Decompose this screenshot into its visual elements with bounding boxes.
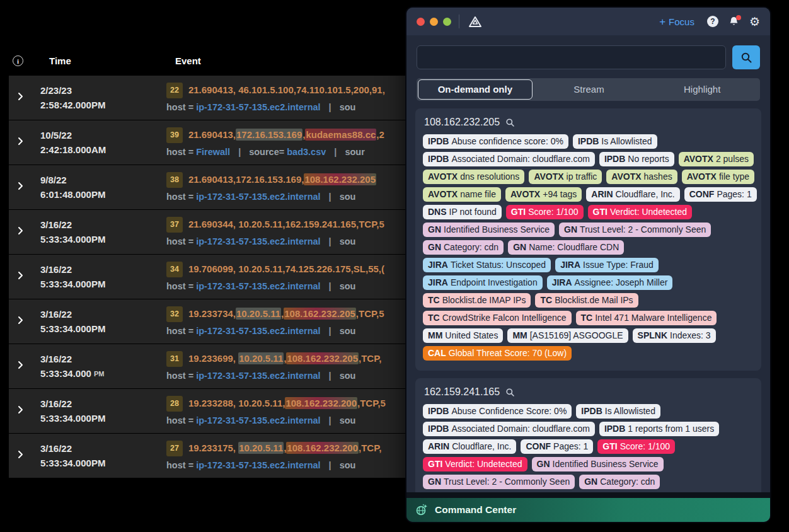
event-text: 21.690344, 10.20.5.11,162.159.241.165,TC… [188, 219, 384, 229]
intel-chip[interactable]: CONFPages: 1 [684, 187, 757, 202]
field-label: | [238, 147, 241, 157]
intel-chip[interactable]: ARINCloudflare, Inc. [423, 439, 516, 454]
event-count-badge[interactable]: 31 [166, 351, 183, 367]
intel-chip[interactable]: IPDBNo reports [599, 152, 674, 166]
intel-chip[interactable]: GNCategory: cdn [423, 240, 504, 255]
intel-chip[interactable]: GTIVerdict: Undetected [588, 205, 693, 219]
gear-icon[interactable]: ⚙ [749, 16, 760, 28]
intel-chip[interactable]: AVOTXfile type [682, 170, 754, 184]
event-count-badge[interactable]: 38 [166, 172, 183, 188]
intel-chip[interactable]: IPDBIs Allowlisted [573, 134, 657, 149]
intel-chip[interactable]: IPDBAssociated Domain: cloudflare.com [423, 422, 595, 436]
help-icon[interactable]: ? [707, 16, 718, 27]
intel-chip[interactable]: TCCrowdStrike Falcon Intelligence [423, 311, 572, 325]
event-count-badge[interactable]: 39 [166, 127, 183, 143]
event-count-badge[interactable]: 34 [166, 262, 183, 277]
intel-chip[interactable]: TCIntel 471 Malware Intelligence [576, 311, 717, 325]
chip-source-tag: SPLNK [638, 330, 667, 340]
field-value-link[interactable]: ip-172-31-57-135.ec2.internal [196, 281, 320, 291]
field-value-link[interactable]: ip-172-31-57-135.ec2.internal [196, 192, 320, 202]
event-count-badge[interactable]: 27 [166, 441, 183, 456]
intel-chip[interactable]: GTIScore: 1/100 [597, 439, 675, 454]
intel-chip[interactable]: ARINCloudflare, Inc. [586, 187, 679, 202]
intel-chip[interactable]: TCBlocklist.de Mail IPs [535, 293, 638, 308]
field-value-link[interactable]: ip-172-31-57-135.ec2.internal [196, 371, 320, 381]
chevron-right-icon[interactable] [18, 182, 23, 193]
indicator-title: 108.162.232.205 [424, 117, 752, 128]
minimize-window-button[interactable] [430, 18, 438, 26]
search-indicator-icon[interactable] [505, 388, 515, 397]
intel-chip[interactable]: AVOTX2 pulses [679, 152, 754, 166]
bell-icon[interactable] [729, 16, 739, 26]
intel-chip[interactable]: JIRATicket Status: Unscoped [423, 258, 551, 272]
event-highlighted-value: 10.20.5.11 [238, 352, 284, 364]
intel-chip[interactable]: AVOTXdns resolutions [423, 170, 524, 184]
chevron-right-icon[interactable] [18, 450, 23, 461]
intel-chip[interactable]: IPDBAbuse Confidence Score: 0% [423, 404, 572, 419]
intel-chip[interactable]: JIRAIssue Type: Fraud [555, 258, 659, 272]
intel-chip[interactable]: AVOTXhashes [606, 170, 677, 184]
intel-chip[interactable]: CALGlobal Threat Score: 70 (Low) [423, 346, 572, 361]
intel-chip[interactable]: GTIScore: 1/100 [506, 205, 584, 219]
chevron-right-icon[interactable] [18, 316, 23, 327]
info-icon[interactable]: i [13, 55, 23, 66]
event-count-badge[interactable]: 37 [166, 217, 183, 233]
intel-chip[interactable]: SPLNKIndexes: 3 [633, 328, 716, 343]
field-value-link[interactable]: ip-172-31-57-135.ec2.internal [196, 460, 320, 470]
intel-chip[interactable]: AVOTX+94 tags [505, 187, 582, 202]
event-date: 10/5/22 [40, 128, 166, 142]
intel-chip[interactable]: MM[AS15169] ASGOOGLE [507, 328, 628, 343]
intel-chip[interactable]: CONFPages: 1 [521, 439, 593, 454]
event-count-badge[interactable]: 28 [166, 396, 183, 412]
intel-chip[interactable]: JIRAAssignee: Joseph Miller [547, 275, 673, 290]
intel-chip[interactable]: IPDBAbuse confidence score: 0% [423, 134, 568, 149]
chevron-right-icon[interactable] [18, 405, 23, 417]
field-value-link[interactable]: ip-172-31-57-135.ec2.internal [196, 326, 320, 336]
intel-chip[interactable]: GTIVerdict: Undetected [423, 457, 527, 471]
search-button[interactable] [732, 45, 760, 69]
intel-chip[interactable]: IPDB1 reports from 1 users [599, 422, 719, 436]
field-value-link[interactable]: ip-172-31-57-135.ec2.internal [196, 102, 320, 112]
intel-chip[interactable]: GNName: Cloudflare CDN [508, 240, 624, 255]
intel-chip[interactable]: GNIdentified Business Service [532, 457, 664, 471]
field-value-link[interactable]: Firewall [196, 147, 230, 157]
tab-stream[interactable]: Stream [533, 80, 646, 99]
field-value-link[interactable]: ip-172-31-57-135.ec2.internal [196, 236, 320, 246]
intel-chip[interactable]: GNTrust Level: 2 - Commonly Seen [423, 475, 575, 489]
focus-button[interactable]: + Focus [659, 16, 694, 27]
chevron-right-icon[interactable] [18, 361, 23, 372]
intel-chip[interactable]: MMUnited States [423, 328, 503, 343]
intel-chip[interactable]: JIRAEndpoint Investigation [423, 275, 543, 290]
intel-chip[interactable]: DNSIP not found [423, 205, 502, 219]
event-count-badge[interactable]: 22 [166, 83, 183, 98]
field-value-link[interactable]: ip-172-31-57-135.ec2.internal [196, 415, 320, 425]
search-input[interactable] [417, 45, 726, 69]
expand-cell [9, 299, 40, 344]
field-value-link[interactable]: bad3.csv [287, 147, 326, 157]
event-count-badge[interactable]: 32 [166, 306, 183, 322]
chip-source-tag: GN [428, 477, 441, 487]
chip-source-tag: GN [584, 477, 597, 487]
search-indicator-icon[interactable] [505, 118, 515, 127]
intel-chip[interactable]: IPDBIs Allowlisted [576, 404, 660, 419]
expand-cell [9, 434, 40, 478]
zoom-window-button[interactable] [443, 18, 451, 26]
intel-chip[interactable]: AVOTXip traffic [529, 170, 602, 184]
event-ampm: PM [94, 370, 105, 378]
intel-chip[interactable]: TCBlocklist.de IMAP IPs [423, 293, 531, 308]
intel-chip[interactable]: GNCategory: cdn [579, 475, 660, 489]
command-center-button[interactable]: Command Center [406, 498, 770, 522]
chevron-right-icon[interactable] [18, 92, 23, 103]
intel-chip[interactable]: GNIdentified Business Service [423, 223, 555, 237]
chevron-right-icon[interactable] [18, 137, 23, 148]
intel-chip[interactable]: IPDBAssociated Domain: cloudflare.com [423, 152, 595, 166]
tab-highlight[interactable]: Highlight [645, 80, 759, 99]
chevron-right-icon[interactable] [18, 226, 23, 238]
close-window-button[interactable] [417, 18, 425, 26]
intel-chip[interactable]: AVOTXname file [423, 187, 501, 202]
chevron-right-icon[interactable] [18, 271, 23, 282]
chip-source-tag: IPDB [581, 406, 602, 416]
tab-on-demand-only[interactable]: On-demand only [418, 79, 533, 100]
intel-chip[interactable]: GNTrust Level: 2 - Commonly Seen [559, 223, 711, 237]
window-controls [417, 18, 456, 26]
